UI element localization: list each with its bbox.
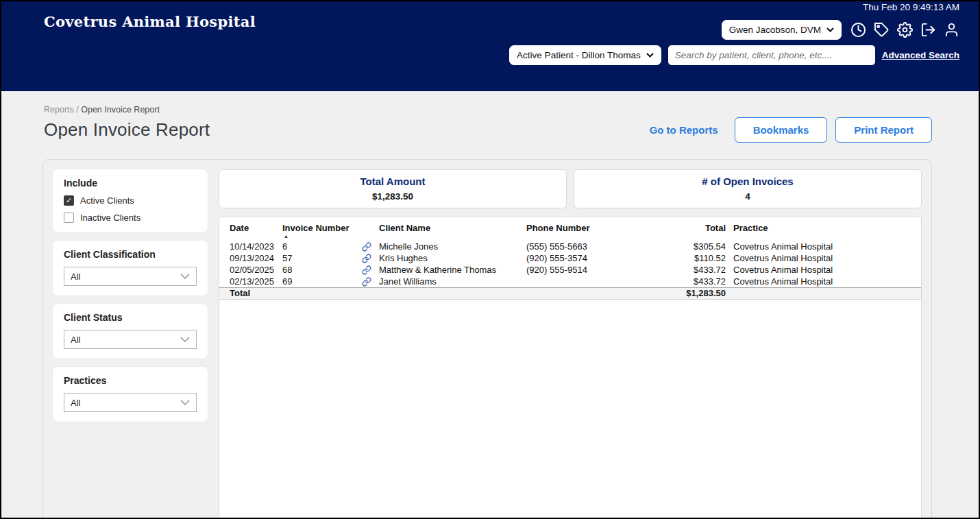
bookmarks-button[interactable]: Bookmarks (735, 117, 828, 143)
include-filter-title: Include (64, 178, 197, 189)
invoice-total-cell: $305.54 (654, 241, 726, 252)
page-title: Open Invoice Report (44, 119, 210, 141)
checkbox-label: Active Clients (80, 195, 134, 206)
sign-out-icon[interactable] (920, 22, 936, 38)
total-amount-value: $1,283.50 (219, 191, 566, 202)
phone-number-cell: (555) 555-5663 (526, 241, 654, 252)
total-row-spacer (726, 287, 921, 299)
client-link-cell[interactable] (362, 252, 379, 264)
search-scope-value: Active Patient - Dillon Thomas (517, 50, 641, 60)
client-name-cell: Janet Williams (379, 276, 526, 287)
include-filter-card: Include ✓Active ClientsInactive Clients (53, 169, 208, 232)
invoice-total-cell: $433.72 (654, 264, 726, 276)
chevron-down-icon (646, 53, 654, 58)
search-scope-select[interactable]: Active Patient - Dillon Thomas (509, 45, 661, 65)
client-status-value: All (71, 335, 80, 345)
total-row-label: Total (219, 287, 654, 299)
open-invoices-value: 4 (574, 191, 921, 202)
user-profile-icon[interactable] (943, 22, 959, 38)
checkbox-unchecked-icon[interactable] (64, 213, 74, 223)
phone-number-cell: (920) 555-9514 (526, 264, 654, 276)
chevron-down-icon (826, 27, 834, 32)
column-header-practice[interactable]: Practice (726, 223, 921, 241)
invoice-date-cell: 10/14/2023 (219, 241, 282, 252)
open-invoices-label: # of Open Invoices (574, 176, 921, 187)
chevron-down-icon (180, 274, 190, 279)
client-classification-title: Client Classification (64, 249, 197, 260)
client-status-select[interactable]: All (64, 330, 197, 349)
tag-icon[interactable] (873, 22, 890, 38)
client-name-cell: Matthew & Katherine Thomas (379, 264, 526, 276)
advanced-search-link[interactable]: Advanced Search (882, 50, 959, 60)
column-header-date[interactable]: Date (219, 223, 282, 241)
invoice-row: 02/13/202569Janet Williams$433.72Covetru… (219, 276, 921, 287)
invoice-row: 09/13/202457Kris Hughes(920) 555-3574$11… (219, 252, 921, 264)
invoice-number-cell: 6 (282, 241, 362, 252)
page-header: Reports / Open Invoice Report Open Invoi… (44, 105, 932, 143)
invoice-date-cell: 09/13/2024 (219, 252, 282, 264)
link-icon[interactable] (362, 265, 371, 275)
chevron-down-icon (180, 337, 190, 342)
table-header-row: Date Invoice Number ▲ Client Name Phone … (219, 223, 921, 241)
link-icon[interactable] (362, 277, 371, 287)
practice-cell: Covetrus Animal Hospital (726, 252, 921, 264)
client-classification-select[interactable]: All (64, 267, 197, 286)
open-invoices-card: # of Open Invoices 4 (574, 169, 922, 208)
open-invoice-table: Date Invoice Number ▲ Client Name Phone … (219, 223, 921, 300)
client-link-cell[interactable] (362, 276, 379, 287)
total-amount-card: Total Amount $1,283.50 (219, 169, 567, 208)
invoice-number-cell: 68 (282, 264, 362, 276)
report-container: Include ✓Active ClientsInactive Clients … (42, 159, 932, 519)
practice-cell: Covetrus Animal Hospital (726, 264, 921, 276)
breadcrumb-reports-link[interactable]: Reports (44, 105, 74, 114)
column-header-total[interactable]: Total (654, 223, 726, 241)
phone-number-cell: (920) 555-3574 (526, 252, 654, 264)
include-option-active-clients[interactable]: ✓Active Clients (64, 195, 197, 206)
client-name-cell: Kris Hughes (379, 252, 526, 264)
practice-brand-title: Covetrus Animal Hospital (44, 13, 256, 30)
total-row-value: $1,283.50 (654, 287, 726, 299)
practices-value: All (71, 398, 80, 408)
report-main: Total Amount $1,283.50 # of Open Invoice… (219, 169, 922, 519)
practices-select[interactable]: All (64, 393, 197, 412)
top-header: Thu Feb 20 9:49:13 AM Covetrus Animal Ho… (1, 1, 979, 91)
invoice-total-cell: $110.52 (654, 252, 726, 264)
invoice-row: 10/14/20236Michelle Jones(555) 555-5663$… (219, 241, 921, 252)
clock-timestamp: Thu Feb 20 9:49:13 AM (863, 2, 959, 12)
phone-number-cell (526, 276, 654, 287)
client-classification-card: Client Classification All (53, 241, 208, 295)
breadcrumb-current: Open Invoice Report (81, 105, 160, 114)
client-status-title: Client Status (64, 312, 197, 323)
column-header-phone-number[interactable]: Phone Number (526, 223, 654, 241)
print-report-button[interactable]: Print Report (835, 117, 932, 143)
client-link-cell[interactable] (362, 264, 379, 276)
practices-card: Practices All (53, 367, 208, 422)
go-to-reports-link[interactable]: Go to Reports (650, 124, 718, 136)
global-search-input[interactable] (668, 45, 875, 65)
table-total-row: Total$1,283.50 (219, 287, 921, 299)
invoice-total-cell: $433.72 (654, 276, 726, 287)
time-clock-icon[interactable] (850, 22, 866, 38)
column-header-invoice-number[interactable]: Invoice Number ▲ (282, 223, 362, 241)
column-header-client-name[interactable]: Client Name (379, 223, 526, 241)
client-classification-value: All (71, 271, 80, 282)
client-status-card: Client Status All (53, 304, 208, 359)
total-amount-label: Total Amount (219, 176, 566, 187)
checkbox-checked-icon[interactable]: ✓ (64, 195, 74, 206)
user-select[interactable]: Gwen Jacobson, DVM (722, 20, 842, 40)
client-link-cell[interactable] (362, 241, 379, 252)
link-icon[interactable] (362, 242, 371, 252)
invoice-date-cell: 02/05/2025 (219, 264, 282, 276)
link-icon[interactable] (362, 254, 371, 263)
include-option-inactive-clients[interactable]: Inactive Clients (64, 213, 197, 223)
invoice-row: 02/05/202568Matthew & Katherine Thomas(9… (219, 264, 921, 276)
practice-cell: Covetrus Animal Hospital (726, 241, 921, 252)
invoice-date-cell: 02/13/2025 (219, 276, 282, 287)
chevron-down-icon (180, 400, 190, 405)
invoice-table-card: Date Invoice Number ▲ Client Name Phone … (219, 217, 922, 519)
user-select-value: Gwen Jacobson, DVM (729, 25, 821, 35)
settings-gear-icon[interactable] (896, 22, 913, 38)
column-header-spacer (362, 223, 379, 241)
invoice-number-cell: 57 (282, 252, 362, 264)
invoice-number-cell: 69 (282, 276, 362, 287)
